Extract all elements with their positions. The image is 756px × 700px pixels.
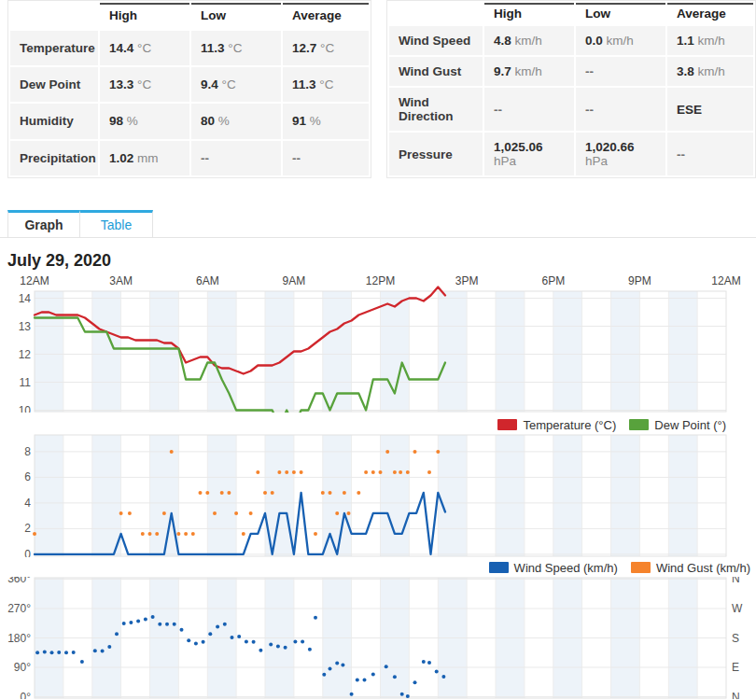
y-tick-label: 2 (24, 522, 31, 535)
wind-gust-km-h-dot (242, 532, 245, 536)
wind-directiondot (187, 638, 190, 642)
table-cell: 80 % (191, 104, 281, 138)
hour-band (35, 435, 63, 556)
wind-gust-km-h-dot (128, 511, 132, 515)
legend-item[interactable]: Temperature (°C) (497, 418, 616, 432)
wind-directiondot (335, 662, 339, 665)
legend-item[interactable]: Wind Gust (km/h) (631, 561, 750, 575)
wind-gust-km-h-dot (199, 491, 203, 495)
table-header-row: HighLowAverage (10, 3, 369, 29)
row-label: Precipitation (10, 141, 98, 175)
hour-band (323, 435, 352, 556)
hour-band (150, 435, 179, 556)
hour-band (553, 291, 582, 412)
wind-speed-gust-chart-block: 02468Wind Speed (km/h)Wind Gust (km/h) (0, 434, 756, 577)
wind-gust-km-h-dot (249, 511, 253, 515)
wind-directiondot (64, 651, 68, 654)
wind-gust-km-h-dot (33, 532, 36, 536)
table-cell: 14.4 °C (100, 31, 189, 65)
wind-directiondot (107, 645, 111, 649)
wind-gust-km-h-dot (141, 532, 145, 536)
table-cell: 1.1 km/h (667, 26, 753, 55)
table-cell: 13.3 °C (100, 67, 189, 102)
y-right-label: S (732, 632, 739, 645)
summary-tables: HighLowAverageTemperature14.4 °C11.3 °C1… (0, 0, 756, 178)
wind-gust-km-h-dot (176, 532, 180, 536)
x-tick-label: 3AM (109, 275, 133, 287)
wind-gust-km-h-dot (155, 532, 159, 536)
legend-swatch (489, 562, 509, 573)
legend-item[interactable]: Wind Speed (km/h) (489, 561, 618, 575)
row-label: Pressure (389, 133, 483, 175)
hour-band (381, 435, 410, 556)
table-header-empty (10, 3, 98, 29)
wind-directiondot (301, 639, 304, 643)
y-tick-label: 14 (19, 292, 32, 305)
wind-directiondot (400, 693, 404, 696)
y-tick-label: 180° (7, 632, 31, 645)
wind-gust-km-h-dot (119, 511, 123, 515)
wind-gust-km-h-dot (292, 470, 296, 474)
x-tick-label: 12AM (711, 275, 740, 287)
wind-directiondot (50, 651, 54, 654)
tab-table[interactable]: Table (80, 210, 153, 238)
temperature-dewpoint-chart: 101112131412AM3AM6AM9AM12PM3PM6PM9PM12AM (0, 275, 756, 413)
x-tick-label: 3PM (455, 275, 479, 287)
wind-directiondot (427, 661, 431, 665)
wind-gust-km-h-dot (263, 491, 267, 495)
table-cell: -- (484, 88, 574, 131)
wind-gust-km-h-dot (406, 470, 410, 474)
hour-band (496, 435, 525, 556)
table-cell: ESE (667, 88, 753, 131)
table-cell: 4.8 km/h (484, 26, 574, 55)
y-tick-label: 90° (14, 661, 31, 674)
table-cell: 1.02 mm (100, 141, 189, 175)
wind-directiondot (136, 620, 140, 623)
wind-gust-km-h-dot (385, 450, 389, 454)
legend-swatch (497, 419, 517, 430)
wind-gust-km-h-dot (271, 491, 274, 495)
table-row: Precipitation1.02 mm---- (10, 141, 369, 175)
table-cell: 1,025.06 hPa (484, 133, 574, 175)
table-header-cell: Low (191, 3, 281, 29)
y-tick-label: 10 (19, 404, 32, 413)
y-tick-label: 6 (24, 470, 31, 483)
table-cell: -- (283, 141, 369, 175)
wind-gust-km-h-dot (413, 450, 417, 454)
wind-directiondot (441, 675, 445, 679)
table-header-cell: Average (667, 3, 753, 24)
table-cell: 11.3 °C (191, 31, 281, 65)
wind-directiondot (259, 649, 262, 652)
table-cell: 3.8 km/h (667, 57, 753, 86)
wind-directiondot (308, 648, 312, 651)
table-cell: 91 % (283, 104, 369, 138)
row-label: Wind Speed (389, 26, 483, 55)
legend-item[interactable]: Dew Point (°) (629, 418, 726, 432)
tabbar: Graph Table (0, 210, 756, 238)
x-tick-label: 6AM (196, 275, 219, 287)
wind-directiondot (314, 616, 317, 620)
wind-gust-km-h-dot (436, 450, 440, 454)
row-label: Wind Direction (389, 88, 483, 131)
row-label: Dew Point (10, 67, 98, 102)
table-cell: -- (576, 57, 665, 86)
wind-directiondot (35, 651, 39, 654)
table-header-empty (389, 3, 483, 24)
wind-directiondot (129, 621, 133, 624)
y-tick-label: 4 (24, 497, 31, 510)
wind-directiondot (269, 643, 273, 647)
tab-graph[interactable]: Graph (7, 210, 80, 238)
table-row: Wind Direction----ESE (389, 88, 753, 131)
row-label: Wind Gust (389, 57, 483, 86)
wind-gust-km-h-dot (191, 532, 195, 536)
y-tick-label: 12 (19, 348, 32, 361)
legend-label: Temperature (°C) (523, 418, 616, 432)
wind-gust-km-h-dot (314, 532, 317, 536)
wind-gust-km-h-dot (335, 511, 339, 515)
wind-directiondot (165, 623, 169, 626)
wind-directiondot (406, 694, 410, 698)
wind-directiondot (284, 646, 287, 650)
wind-directiondot (252, 640, 256, 644)
y-tick-label: 360° (7, 577, 31, 585)
wind-directiondot (208, 632, 212, 636)
